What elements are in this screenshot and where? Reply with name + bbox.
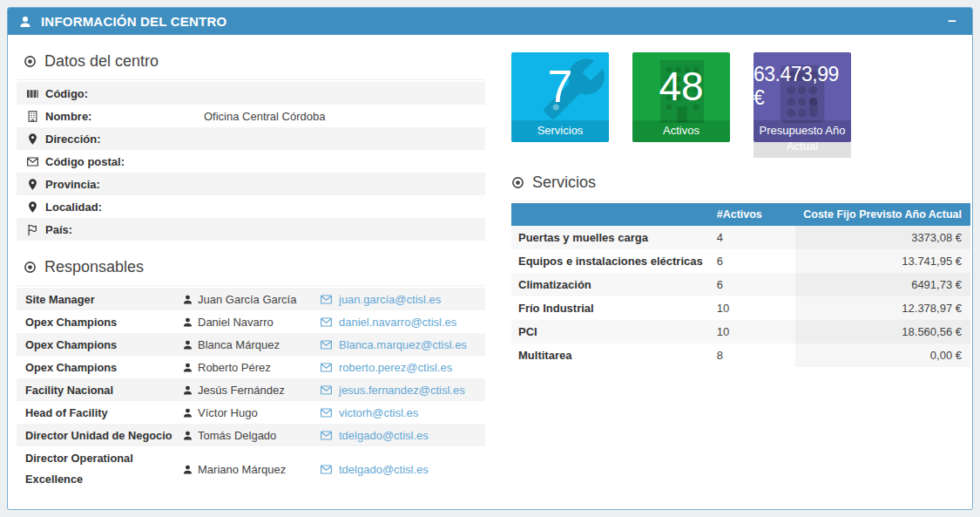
field-row-pais: País: xyxy=(17,218,485,241)
left-column: Datos del centro Código: Nombre: Oficina… xyxy=(17,51,485,492)
responsable-name-text: Juan García García xyxy=(198,293,296,306)
responsable-role: Facility Nacional xyxy=(25,384,182,397)
user-icon xyxy=(18,15,32,29)
table-row: Frío Industrial 10 12.378,97 € xyxy=(511,296,970,320)
field-label: País: xyxy=(45,223,72,236)
section-title-text: Responsables xyxy=(44,258,144,276)
field-label-wrap: Código postal: xyxy=(25,155,204,168)
info-centro-panel: INFORMACIÓN DEL CENTRO − Datos del centr… xyxy=(7,7,973,510)
section-rule xyxy=(511,201,970,201)
field-row-nombre: Nombre: Oficina Central Córdoba xyxy=(17,105,485,127)
email-link[interactable]: daniel.navarro@ctisl.es xyxy=(339,316,456,329)
field-label-wrap: Nombre: xyxy=(25,110,204,123)
responsable-role: Director Operational Excellence xyxy=(25,448,182,490)
table-row: Equipos e instalaciones eléctricas 6 13.… xyxy=(511,249,970,273)
person-icon xyxy=(182,407,193,418)
field-row-provincia: Provincia: xyxy=(17,173,485,195)
responsable-role: Opex Champions xyxy=(25,361,182,374)
section-title-text: Servicios xyxy=(532,173,596,192)
tile-label: Activos xyxy=(632,120,730,142)
envelope-icon xyxy=(320,406,333,419)
building-icon xyxy=(25,110,39,123)
service-coste: 6491,73 € xyxy=(795,273,970,296)
responsable-email: jesus.fernandez@ctisl.es xyxy=(320,384,476,397)
flag-icon xyxy=(25,223,39,236)
field-label-wrap: Localidad: xyxy=(25,201,204,214)
field-label: Código: xyxy=(45,87,88,100)
field-label-wrap: Provincia: xyxy=(25,178,204,191)
table-header-row: #Activos Coste Fijo Previsto Año Actual xyxy=(511,203,970,226)
service-coste: 0,00 € xyxy=(795,344,970,367)
service-coste: 3373,08 € xyxy=(795,226,970,249)
envelope-icon xyxy=(25,155,39,168)
barcode-icon xyxy=(25,87,39,100)
service-coste: 12.378,97 € xyxy=(795,296,970,320)
responsable-email: tdelgado@ctisl.es xyxy=(320,429,476,442)
field-label: Dirección: xyxy=(45,133,101,146)
servicios-section: Servicios #Activos Coste Fijo Previsto A… xyxy=(511,172,970,367)
collapse-button[interactable]: − xyxy=(943,12,962,31)
field-label-wrap: Dirección: xyxy=(25,133,204,146)
service-name: Multitarea xyxy=(511,344,710,367)
table-row: Climatización 6 6491,73 € xyxy=(511,273,970,296)
responsable-role: Head of Facility xyxy=(25,406,182,419)
responsable-email: juan.garcía@ctisl.es xyxy=(320,293,476,306)
service-name: Frío Industrial xyxy=(511,296,710,320)
email-link[interactable]: tdelgado@ctisl.es xyxy=(339,429,429,442)
field-label: Nombre: xyxy=(45,110,91,123)
panel-header: INFORMACIÓN DEL CENTRO − xyxy=(8,8,972,35)
email-link[interactable]: victorh@ctisl.es xyxy=(339,406,418,419)
responsable-email: roberto.perez@ctisl.es xyxy=(320,361,476,374)
service-name: PCI xyxy=(511,320,710,344)
tile-value: 7 xyxy=(548,60,573,112)
email-link[interactable]: tdelgado@ctisl.es xyxy=(339,463,429,476)
dot-circle-icon xyxy=(511,176,524,189)
dot-circle-icon xyxy=(24,261,37,274)
email-link[interactable]: juan.garcía@ctisl.es xyxy=(339,293,441,306)
table-row: PCI 10 18.560,56 € xyxy=(511,320,970,344)
datos-centro-section-title: Datos del centro xyxy=(17,51,485,79)
email-link[interactable]: roberto.perez@ctisl.es xyxy=(339,361,452,374)
map-marker-icon xyxy=(25,133,39,146)
responsable-row: Site Manager Juan García García juan.gar… xyxy=(17,288,485,310)
service-activos: 10 xyxy=(710,296,795,320)
section-rule xyxy=(17,79,485,80)
dot-circle-icon xyxy=(24,55,37,68)
field-row-direccion: Dirección: xyxy=(17,127,485,150)
responsable-name-text: Roberto Pérez xyxy=(198,361,271,374)
responsable-name: Daniel Navarro xyxy=(182,316,320,329)
person-icon xyxy=(182,294,193,305)
person-icon xyxy=(182,362,193,373)
service-activos: 6 xyxy=(710,249,795,273)
responsable-email: daniel.navarro@ctisl.es xyxy=(320,316,476,329)
responsable-role: Opex Champions xyxy=(25,316,182,329)
person-icon xyxy=(182,430,193,441)
responsable-row: Head of Facility Víctor Hugo victorh@cti… xyxy=(17,401,485,424)
responsable-name-text: Blanca Márquez xyxy=(198,338,280,351)
service-activos: 10 xyxy=(710,320,795,344)
responsables-section: Responsables Site Manager Juan García Ga… xyxy=(17,256,485,492)
email-link[interactable]: jesus.fernandez@ctisl.es xyxy=(339,384,465,397)
header-activos: #Activos xyxy=(710,203,795,226)
map-marker-icon xyxy=(25,201,39,214)
responsable-row: Opex Champions Daniel Navarro daniel.nav… xyxy=(17,310,485,333)
servicios-section-title: Servicios xyxy=(511,172,970,201)
responsable-name-text: Daniel Navarro xyxy=(198,316,274,329)
map-marker-icon xyxy=(25,178,39,191)
email-link[interactable]: Blanca.marquez@ctisl.es xyxy=(339,338,467,351)
responsable-name: Roberto Pérez xyxy=(182,361,320,374)
envelope-icon xyxy=(320,429,333,442)
tile-value: 48 xyxy=(659,63,703,110)
field-value: Oficina Central Córdoba xyxy=(204,110,325,123)
responsable-role: Opex Champions xyxy=(25,338,182,351)
envelope-icon xyxy=(320,384,333,397)
responsable-name: Víctor Hugo xyxy=(182,406,320,419)
responsable-role: Site Manager xyxy=(25,293,182,306)
tile-label: Servicios xyxy=(511,120,609,142)
header-coste: Coste Fijo Previsto Año Actual xyxy=(795,203,970,226)
tile-servicios: 7 Servicios xyxy=(511,52,609,142)
person-icon xyxy=(182,464,193,475)
field-label-wrap: Código: xyxy=(25,87,204,100)
responsable-email: tdelgado@ctisl.es xyxy=(320,463,476,476)
panel-body: Datos del centro Código: Nombre: Oficina… xyxy=(8,35,972,492)
